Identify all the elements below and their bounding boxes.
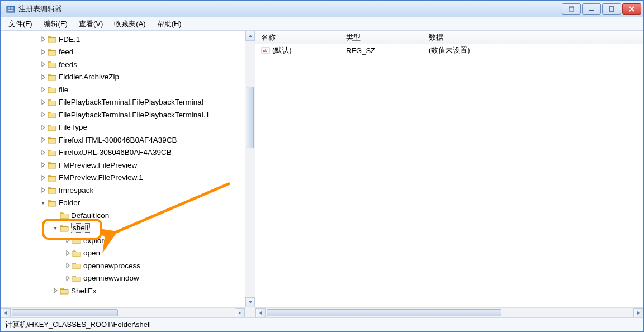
folder-icon [48,161,56,169]
maximize-button[interactable] [602,3,621,15]
folder-icon [48,48,56,56]
tree-item[interactable]: FilePlaybackTerminal.FilePlaybackTermina… [1,108,245,121]
tree-item-label: DefaultIcon [71,211,109,220]
list-hscrollbar[interactable] [255,307,643,317]
folder-icon [48,73,56,81]
tree-item[interactable]: FileType [1,121,245,134]
tree-item[interactable]: opennewprocess [1,259,245,272]
list-panel: 名称 类型 数据 ab(默认)REG_SZ(数值未设置) [255,31,643,317]
tree-hscroll-thumb[interactable] [12,309,118,316]
folder-icon [48,35,56,43]
list-cell-name: ab(默认) [255,45,340,55]
tree-item[interactable]: explore [1,234,245,247]
scroll-left-button[interactable] [1,308,11,317]
menu-edit[interactable]: 编辑(E) [39,18,72,30]
menubar: 文件(F) 编辑(E) 查看(V) 收藏夹(A) 帮助(H) [1,17,643,31]
tree-view[interactable]: FDE.1feedfeedsFiddler.ArchiveZipfileFile… [1,31,245,307]
tree-item-label: FDE.1 [59,35,80,44]
minimize-button[interactable] [582,3,601,15]
regedit-icon [6,4,15,13]
chevron-right-icon[interactable] [40,187,46,193]
chevron-right-icon[interactable] [40,49,46,55]
chevron-right-icon[interactable] [40,36,46,42]
tree-item[interactable]: DefaultIcon [1,209,245,222]
tree-item[interactable]: FirefoxHTML-308046B0AF4A39CB [1,134,245,146]
menu-favorites[interactable]: 收藏夹(A) [110,18,150,30]
tree-vscrollbar[interactable] [245,31,255,307]
tree-item[interactable]: FirefoxURL-308046B0AF4A39CB [1,146,245,159]
column-data-header[interactable]: 数据 [423,31,643,44]
chevron-down-icon[interactable] [40,200,46,206]
window-controls [562,3,641,15]
chevron-right-icon[interactable] [52,287,59,294]
menu-view[interactable]: 查看(V) [74,18,107,30]
chevron-right-icon[interactable] [64,250,71,257]
tree-item[interactable]: FDE.1 [1,33,245,46]
folder-icon [48,124,56,131]
tree-item-label: FirefoxHTML-308046B0AF4A39CB [59,136,177,144]
chevron-right-icon[interactable] [40,136,46,143]
tree-item[interactable]: file [1,83,245,96]
svg-rect-7 [609,7,614,11]
tree-item-label: FMPreview.FilePreview [59,161,137,169]
column-name-header[interactable]: 名称 [255,31,340,44]
list-body[interactable]: ab(默认)REG_SZ(数值未设置) [255,44,643,56]
tree-item-label: ShellEx [71,287,97,295]
tree-item[interactable]: opennewwindow [1,272,245,285]
tree-item[interactable]: shell [1,222,245,235]
scroll-right-button[interactable] [235,308,245,317]
list-hscroll-thumb[interactable] [267,309,501,316]
tree-item-label: FileType [59,123,87,131]
close-button[interactable] [622,3,641,15]
chevron-right-icon[interactable] [40,174,46,181]
chevron-right-icon[interactable] [40,124,46,131]
tree-item-label: FilePlaybackTerminal.FilePlaybackTermina… [59,98,203,106]
list-cell-data: (数值未设置) [423,45,643,55]
menu-help[interactable]: 帮助(H) [153,18,186,30]
menu-file[interactable]: 文件(F) [4,18,37,30]
scroll-down-button[interactable] [245,297,255,307]
tree-item[interactable]: feed [1,46,245,59]
chevron-right-icon[interactable] [64,262,71,269]
tree-item-label: feed [59,48,73,56]
tree-item-label: file [59,86,68,94]
tree-item[interactable]: fmrespack [1,184,245,197]
tree-item[interactable]: FMPreview.FilePreview [1,159,245,172]
folder-icon [60,224,69,232]
chevron-right-icon[interactable] [40,61,46,68]
tree-item[interactable]: FMPreview.FilePreview.1 [1,172,245,184]
list-scroll-right-button[interactable] [633,308,643,317]
tree-item[interactable]: Folder [1,197,245,210]
content-area: FDE.1feedfeedsFiddler.ArchiveZipfileFile… [1,31,643,317]
chevron-right-icon[interactable] [64,237,71,244]
titlebar: 注册表编辑器 [1,1,643,17]
window-title: 注册表编辑器 [18,4,562,14]
chevron-right-icon[interactable] [40,86,46,93]
tree-item-label: explore [83,236,108,245]
tree-item[interactable]: ShellEx [1,284,245,297]
list-row[interactable]: ab(默认)REG_SZ(数值未设置) [255,44,643,56]
string-value-icon: ab [261,46,270,55]
tree-hscrollbar[interactable] [1,307,245,317]
tree-item-label: Folder [59,198,80,207]
tree-item[interactable]: FilePlaybackTerminal.FilePlaybackTermina… [1,96,245,109]
tree-item-label: fmrespack [59,186,93,195]
chevron-right-icon[interactable] [40,162,46,168]
folder-icon [48,149,56,156]
chevron-down-icon[interactable] [52,225,59,231]
tree-item[interactable]: Fiddler.ArchiveZip [1,71,245,84]
chevron-right-icon[interactable] [64,275,71,282]
chevron-right-icon[interactable] [40,149,46,156]
chevron-right-icon[interactable] [40,74,46,80]
folder-icon [48,136,56,144]
minimize-help-button[interactable] [562,3,581,15]
folder-icon [48,111,56,118]
tree-vscroll-thumb[interactable] [247,87,254,148]
column-type-header[interactable]: 类型 [340,31,423,44]
chevron-right-icon[interactable] [40,111,46,118]
scroll-up-button[interactable] [245,31,255,41]
chevron-right-icon[interactable] [40,99,46,106]
list-scroll-left-button[interactable] [255,308,266,317]
tree-item[interactable]: feeds [1,58,245,71]
tree-item[interactable]: open [1,247,245,260]
